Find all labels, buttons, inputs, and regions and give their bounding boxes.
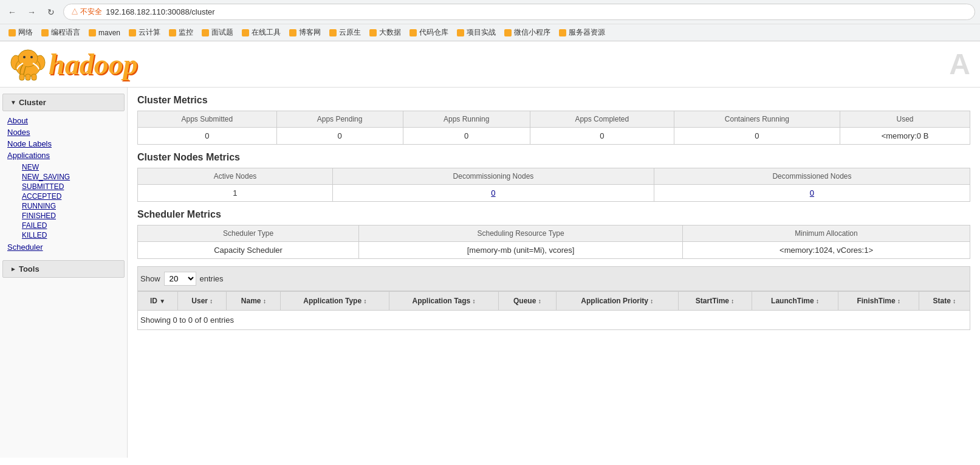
- bookmark-item[interactable]: 面试题: [198, 26, 237, 39]
- sidebar-sub-item-accepted[interactable]: ACCEPTED: [22, 191, 105, 201]
- bookmark-item[interactable]: 网络: [5, 26, 36, 39]
- bookmark-item[interactable]: 项目实战: [453, 26, 499, 39]
- tools-section-header[interactable]: ► Tools: [2, 260, 125, 278]
- url-text: 192.168.182.110:30088/cluster: [106, 7, 214, 16]
- metrics-header: Apps Completed: [530, 111, 674, 128]
- sidebar-item-about[interactable]: About: [7, 115, 120, 126]
- apps-col-queue[interactable]: Queue ↕: [498, 292, 556, 311]
- sort-icon: ↕: [650, 298, 653, 305]
- scheduler-metrics-table: Scheduler TypeScheduling Resource TypeMi…: [137, 225, 970, 259]
- svg-point-8: [23, 56, 26, 58]
- cluster-links: About Nodes Node Labels Applications NEW…: [0, 112, 127, 255]
- cluster-section: ▼ Cluster About Nodes Node Labels Applic…: [0, 94, 127, 255]
- bookmark-item[interactable]: maven: [85, 27, 124, 38]
- applications-sub-links: NEWNEW_SAVINGSUBMITTEDACCEPTEDRUNNINGFIN…: [7, 161, 120, 241]
- back-button[interactable]: ←: [5, 5, 19, 19]
- apps-col-user[interactable]: User ↕: [178, 292, 227, 311]
- sidebar-sub-item-running[interactable]: RUNNING: [22, 201, 105, 211]
- bookmark-item[interactable]: 大数据: [366, 26, 405, 39]
- header-right-letter: A: [949, 47, 970, 81]
- metrics-value: 1: [138, 185, 333, 202]
- sidebar-sub-item-killed[interactable]: KILLED: [22, 230, 105, 240]
- apps-col-finishtime[interactable]: FinishTime ↕: [838, 292, 919, 311]
- entries-label: entries: [200, 274, 224, 283]
- tools-label: Tools: [19, 264, 39, 274]
- sort-icon: ▼: [159, 298, 165, 305]
- sort-icon: ↕: [953, 298, 956, 305]
- elephant-icon: [10, 47, 46, 81]
- bookmark-item[interactable]: 代码仓库: [406, 26, 452, 39]
- svg-rect-11: [26, 74, 30, 80]
- metrics-value: 0: [654, 185, 970, 202]
- metrics-header: Decommissioned Nodes: [654, 168, 970, 185]
- bookmark-icon: [369, 29, 377, 36]
- content-area: Cluster Metrics Apps SubmittedApps Pendi…: [128, 88, 980, 458]
- header: hadoop A: [0, 41, 980, 88]
- metrics-value: <memory:0 B: [840, 128, 970, 145]
- bookmark-icon: [559, 29, 566, 36]
- cluster-arrow-icon: ▼: [10, 99, 16, 106]
- cluster-section-header[interactable]: ▼ Cluster: [2, 94, 125, 111]
- metrics-value: [memory-mb (unit=Mi), vcores]: [359, 242, 683, 259]
- sidebar-item-scheduler[interactable]: Scheduler: [7, 241, 120, 253]
- apps-col-id[interactable]: ID ▼: [138, 292, 178, 311]
- bookmark-item[interactable]: 博客网: [286, 26, 324, 39]
- bookmark-item[interactable]: 云计算: [125, 26, 164, 39]
- sidebar: ▼ Cluster About Nodes Node Labels Applic…: [0, 88, 128, 458]
- showing-text: Showing 0 to 0 of 0 entries: [137, 311, 970, 330]
- cluster-metrics-table: Apps SubmittedApps PendingApps RunningAp…: [137, 111, 970, 145]
- reload-button[interactable]: ↻: [44, 5, 58, 19]
- metrics-value: 0: [138, 128, 277, 145]
- address-bar[interactable]: △ 不安全 192.168.182.110:30088/cluster: [63, 4, 975, 20]
- apps-col-starttime[interactable]: StartTime ↕: [678, 292, 752, 311]
- metrics-header: Used: [840, 111, 970, 128]
- bookmark-icon: [169, 29, 176, 36]
- bookmark-item[interactable]: 微信小程序: [501, 26, 554, 39]
- sidebar-sub-item-submitted[interactable]: SUBMITTED: [22, 182, 105, 191]
- metrics-value: 0: [674, 128, 840, 145]
- sidebar-item-node-labels[interactable]: Node Labels: [7, 138, 120, 150]
- bookmark-item[interactable]: 编程语言: [38, 26, 84, 39]
- show-label: Show: [140, 274, 160, 283]
- bookmark-icon: [504, 29, 512, 36]
- metrics-header: Scheduler Type: [138, 226, 359, 242]
- apps-col-application-priority[interactable]: Application Priority ↕: [557, 292, 679, 311]
- bookmark-icon: [242, 29, 249, 36]
- applications-table: ID ▼User ↕Name ↕Application Type ↕Applic…: [137, 291, 970, 311]
- bookmarks-bar: 网络编程语言maven云计算监控面试题在线工具博客网云原生大数据代码仓库项目实战…: [0, 24, 980, 41]
- cluster-nodes-table: Active NodesDecommissioning NodesDecommi…: [137, 168, 970, 202]
- sidebar-sub-item-new_saving[interactable]: NEW_SAVING: [22, 172, 105, 182]
- bookmark-icon: [457, 29, 464, 36]
- bookmark-icon: [9, 29, 16, 36]
- bookmark-item[interactable]: 服务器资源: [555, 26, 609, 39]
- svg-rect-12: [32, 74, 36, 80]
- bookmark-icon: [329, 29, 337, 36]
- bookmark-item[interactable]: 云原生: [326, 26, 365, 39]
- sidebar-sub-item-new[interactable]: NEW: [22, 162, 105, 172]
- entries-select[interactable]: 102050100: [164, 272, 196, 286]
- cluster-metrics-title: Cluster Metrics: [137, 95, 970, 106]
- apps-col-application-tags[interactable]: Application Tags ↕: [389, 292, 498, 311]
- apps-col-launchtime[interactable]: LaunchTime ↕: [752, 292, 838, 311]
- bookmark-item[interactable]: 在线工具: [238, 26, 284, 39]
- tools-section: ► Tools: [0, 260, 127, 278]
- bookmark-item[interactable]: 监控: [165, 26, 197, 39]
- sidebar-item-applications[interactable]: Applications: [7, 150, 120, 161]
- svg-rect-10: [19, 74, 24, 80]
- sidebar-sub-item-finished[interactable]: FINISHED: [22, 211, 105, 221]
- bookmark-icon: [289, 29, 296, 36]
- bookmark-icon: [409, 29, 417, 36]
- apps-col-state[interactable]: State ↕: [919, 292, 970, 311]
- browser-chrome: ← → ↻ △ 不安全 192.168.182.110:30088/cluste…: [0, 0, 980, 41]
- apps-col-name[interactable]: Name ↕: [227, 292, 281, 311]
- svg-point-9: [30, 56, 33, 58]
- show-entries-bar: Show 102050100 entries: [137, 266, 970, 291]
- sidebar-sub-item-failed[interactable]: FAILED: [22, 221, 105, 230]
- sort-icon: ↕: [731, 298, 734, 305]
- sidebar-item-nodes[interactable]: Nodes: [7, 126, 120, 138]
- metrics-header: Containers Running: [674, 111, 840, 128]
- sort-icon: ↕: [538, 298, 541, 305]
- forward-button[interactable]: →: [24, 5, 39, 19]
- apps-col-application-type[interactable]: Application Type ↕: [281, 292, 389, 311]
- scheduler-metrics-title: Scheduler Metrics: [137, 209, 970, 220]
